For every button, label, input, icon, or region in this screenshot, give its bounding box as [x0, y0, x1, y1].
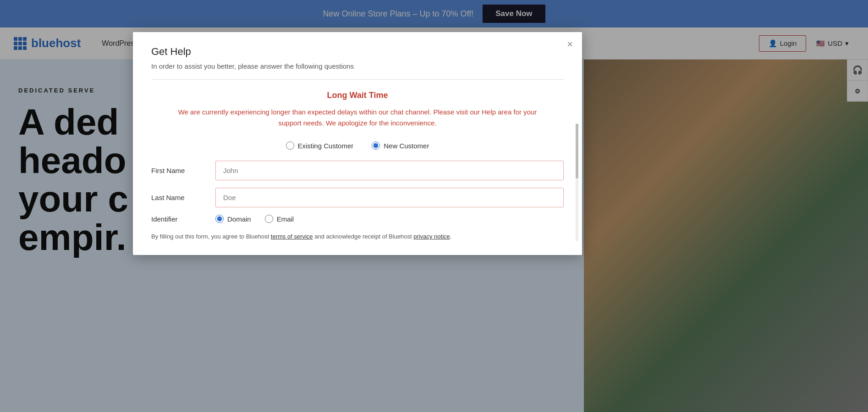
- existing-customer-radio[interactable]: [286, 141, 294, 150]
- modal-divider: [151, 79, 564, 80]
- modal-subtitle: In order to assist you better, please an…: [151, 62, 564, 70]
- identifier-label: Identifier: [151, 215, 215, 223]
- last-name-input[interactable]: [215, 188, 564, 207]
- email-option[interactable]: Email: [265, 215, 294, 223]
- legal-mid: and acknowledge receipt of Bluehost: [313, 233, 414, 240]
- modal-title: Get Help: [151, 46, 564, 58]
- existing-customer-label: Existing Customer: [298, 142, 354, 150]
- existing-customer-option[interactable]: Existing Customer: [286, 141, 354, 150]
- legal-suffix: .: [450, 233, 452, 240]
- legal-text: By filling out this form, you agree to B…: [151, 232, 564, 241]
- modal-scrollbar[interactable]: [576, 124, 578, 241]
- last-name-row: Last Name: [151, 188, 564, 207]
- legal-prefix: By filling out this form, you agree to B…: [151, 233, 271, 240]
- new-customer-option[interactable]: New Customer: [372, 141, 429, 150]
- privacy-notice-link[interactable]: privacy notice: [413, 233, 450, 240]
- last-name-label: Last Name: [151, 194, 215, 201]
- new-customer-label: New Customer: [384, 142, 429, 150]
- new-customer-radio[interactable]: [372, 141, 380, 150]
- domain-option[interactable]: Domain: [215, 215, 251, 223]
- wait-time-message: We are currently experiencing longer tha…: [151, 107, 564, 129]
- domain-label: Domain: [227, 215, 251, 223]
- get-help-modal: × Get Help In order to assist you better…: [133, 32, 582, 255]
- email-radio[interactable]: [265, 215, 273, 223]
- first-name-input[interactable]: [215, 161, 564, 180]
- first-name-row: First Name: [151, 161, 564, 180]
- email-label: Email: [277, 215, 294, 223]
- wait-time-title: Long Wait Time: [151, 91, 564, 100]
- close-button[interactable]: ×: [567, 39, 573, 49]
- domain-radio[interactable]: [215, 215, 224, 223]
- scrollbar-thumb: [576, 124, 578, 179]
- terms-of-service-link[interactable]: terms of service: [271, 233, 313, 240]
- identifier-options: Domain Email: [215, 215, 294, 223]
- identifier-row: Identifier Domain Email: [151, 215, 564, 223]
- first-name-label: First Name: [151, 167, 215, 174]
- customer-type-group: Existing Customer New Customer: [151, 141, 564, 150]
